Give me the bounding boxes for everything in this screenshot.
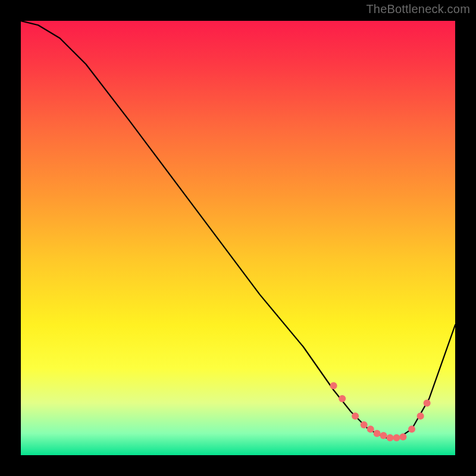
recommended-dot [367, 425, 374, 433]
recommended-dot [374, 430, 381, 437]
plot-area [21, 21, 455, 455]
recommended-dot [424, 399, 431, 406]
recommended-dot [380, 432, 387, 439]
recommended-dot [387, 434, 394, 441]
bottleneck-curve [21, 21, 455, 438]
recommended-dot [361, 421, 368, 428]
recommended-dot [408, 425, 415, 433]
recommended-dot [339, 395, 346, 402]
attribution-text: TheBottleneck.com [366, 2, 470, 16]
chart-frame: TheBottleneck.com [0, 0, 476, 476]
recommended-dot [417, 412, 424, 419]
recommended-dot [399, 433, 406, 440]
recommended-dot [352, 412, 359, 419]
recommended-dot [330, 382, 337, 389]
recommended-range-dots [330, 382, 431, 441]
recommended-dot [393, 434, 400, 441]
chart-svg [21, 21, 455, 455]
